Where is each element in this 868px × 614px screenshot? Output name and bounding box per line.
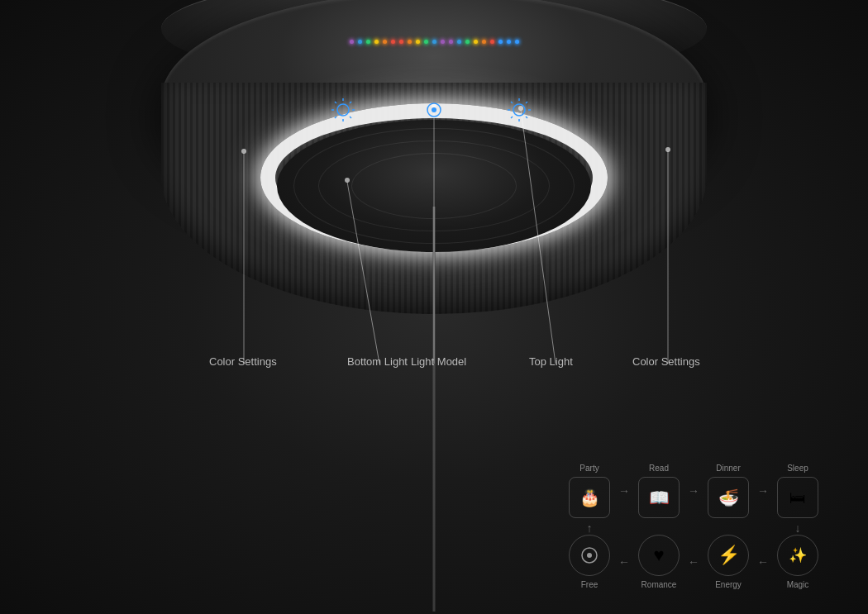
label-bottom-light: Bottom Light	[347, 355, 408, 368]
mode-party-icon: 🎂	[569, 477, 610, 518]
mode-romance-icon: ♥	[638, 535, 680, 576]
led-dot	[424, 40, 428, 44]
led-dot	[391, 40, 395, 44]
mode-read-icon: 📖	[638, 477, 680, 518]
mode-party[interactable]: Party 🎂	[569, 464, 610, 518]
mode-sleep-icon: 🛏	[777, 477, 818, 518]
mode-free-label: Free	[581, 580, 599, 589]
led-dot	[432, 40, 436, 44]
mode-magic-label: Magic	[787, 580, 809, 589]
led-dot	[465, 40, 470, 44]
led-dot	[515, 40, 519, 44]
arrow-dinner-sleep: →	[757, 484, 769, 497]
arrow-energy-romance: ←	[688, 555, 699, 569]
mode-sleep-label: Sleep	[787, 464, 808, 473]
mode-energy-label: Energy	[715, 580, 742, 589]
mode-free[interactable]: Free	[569, 535, 610, 589]
led-dot	[350, 40, 354, 44]
mode-energy-icon: ⚡	[708, 535, 749, 576]
power-cable	[433, 207, 436, 612]
led-dot	[490, 40, 494, 44]
mode-free-icon	[569, 535, 610, 576]
arrow-read-dinner: →	[688, 484, 699, 497]
mode-romance-label: Romance	[641, 580, 677, 589]
led-dot	[507, 40, 511, 44]
led-dot	[449, 40, 453, 44]
led-dot	[416, 40, 420, 44]
arrow-free-party: ↑	[587, 518, 593, 535]
led-dot	[399, 40, 403, 44]
mode-panel: Party 🎂 → Read 📖 → Dinner 🍜 → Sleep 🛏 ↑ …	[565, 464, 823, 589]
arrow-magic-energy: ←	[757, 555, 769, 569]
led-dot	[457, 40, 461, 44]
led-dot	[482, 40, 486, 44]
led-strip	[236, 40, 632, 44]
arrow-romance-free: ←	[618, 555, 630, 569]
label-light-model: Light Model	[411, 355, 466, 368]
label-top-light: Top Light	[529, 355, 573, 368]
led-dot	[498, 40, 503, 44]
mode-romance[interactable]: ♥ Romance	[638, 535, 680, 589]
led-dot	[474, 40, 478, 44]
mode-dinner[interactable]: Dinner 🍜	[708, 464, 749, 518]
arrow-party-read: →	[618, 484, 630, 497]
label-color-settings-left: Color Settings	[209, 355, 277, 368]
led-dot	[441, 40, 445, 44]
led-dot	[358, 40, 362, 44]
led-dot	[408, 40, 412, 44]
mode-read-label: Read	[649, 464, 669, 473]
led-dot	[383, 40, 387, 44]
mode-dinner-icon: 🍜	[708, 477, 749, 518]
mode-sleep[interactable]: Sleep 🛏	[777, 464, 818, 518]
label-color-settings-right: Color Settings	[632, 355, 700, 368]
mode-party-label: Party	[579, 464, 599, 473]
mode-energy[interactable]: ⚡ Energy	[708, 535, 749, 589]
svg-point-31	[587, 553, 592, 558]
led-dot	[366, 40, 370, 44]
mode-magic-icon: ✨	[777, 535, 818, 576]
arrow-sleep-down: ↓	[795, 518, 801, 535]
mode-magic[interactable]: ✨ Magic	[777, 535, 818, 589]
led-dot	[374, 40, 379, 44]
mode-read[interactable]: Read 📖	[638, 464, 680, 518]
mode-dinner-label: Dinner	[716, 464, 740, 473]
